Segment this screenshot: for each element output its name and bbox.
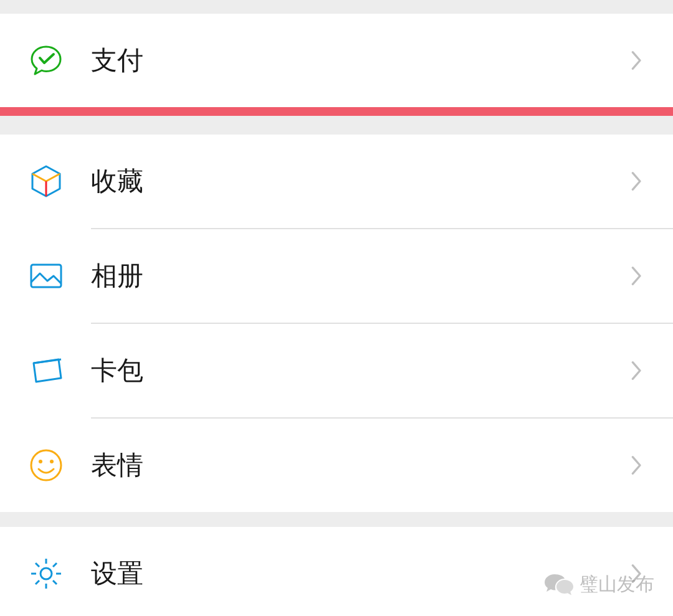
chevron-right-icon: [629, 358, 644, 383]
wechat-pay-icon: [29, 43, 64, 78]
chevron-right-icon: [629, 453, 644, 478]
menu-item-label: 卡包: [91, 353, 629, 388]
menu-item-emoji[interactable]: 表情: [0, 419, 673, 512]
cube-icon: [29, 164, 64, 199]
menu-item-favorites[interactable]: 收藏: [0, 135, 673, 228]
menu-item-album[interactable]: 相册: [0, 229, 673, 323]
menu-group: 支付: [0, 14, 673, 107]
watermark-text: 璧山发布: [580, 572, 654, 597]
smiley-icon: [29, 448, 64, 483]
wechat-logo-icon: [543, 572, 575, 597]
chevron-right-icon: [629, 48, 644, 73]
watermark: 璧山发布: [543, 572, 654, 597]
menu-item-label: 相册: [91, 258, 629, 293]
menu-item-label: 收藏: [91, 164, 629, 199]
menu-item-pay[interactable]: 支付: [0, 14, 673, 107]
chevron-right-icon: [629, 169, 644, 194]
svg-point-3: [50, 460, 54, 463]
menu-item-label: 支付: [91, 43, 629, 78]
menu-item-cards[interactable]: 卡包: [0, 324, 673, 417]
photo-icon: [29, 258, 64, 293]
gear-icon: [29, 556, 64, 591]
menu-group: 收藏 相册 卡包: [0, 135, 673, 512]
menu-item-label: 表情: [91, 448, 629, 483]
svg-point-4: [41, 568, 52, 579]
chevron-right-icon: [629, 263, 644, 288]
svg-rect-0: [31, 265, 61, 287]
svg-point-1: [31, 450, 61, 480]
highlight-bar: [0, 107, 673, 116]
wallet-icon: [29, 353, 64, 388]
svg-point-2: [39, 460, 42, 463]
